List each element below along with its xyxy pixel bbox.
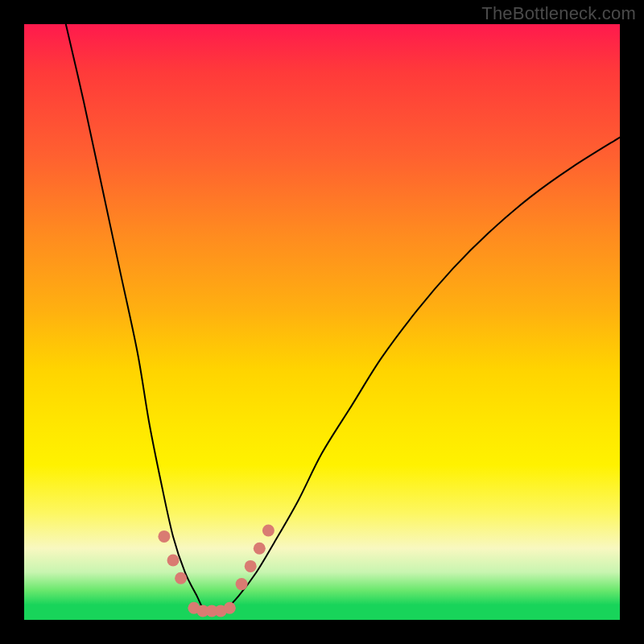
curve-marker-dot [254, 543, 266, 555]
curve-marker-dot [167, 555, 180, 567]
chart-frame: TheBottleneck.com [0, 0, 644, 644]
watermark-text: TheBottleneck.com [481, 3, 636, 24]
curve-marker-dot [175, 572, 187, 584]
curve-marker-dot [224, 602, 236, 614]
curve-marker-dot [262, 525, 275, 537]
curve-layer [24, 24, 620, 620]
bottleneck-curve [66, 24, 620, 611]
curve-marker-dot [158, 530, 170, 543]
curve-marker-dot [245, 560, 257, 572]
curve-marker-dot [236, 578, 248, 590]
